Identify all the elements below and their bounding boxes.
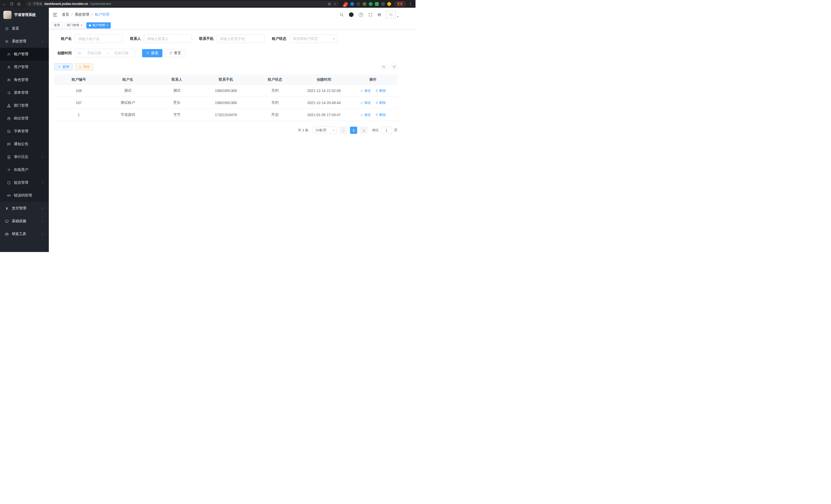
search-icon[interactable] [339, 12, 344, 17]
extension-icon[interactable]: 10 [344, 2, 348, 6]
sidebar-item-devtools[interactable]: 研发工具 [0, 228, 49, 240]
tab-tenant[interactable]: 租户管理 × [86, 22, 111, 29]
cell-contact: 芋艿 [152, 113, 201, 117]
user-avatar-button[interactable]: ▾ [386, 11, 399, 19]
reload-icon[interactable] [10, 2, 13, 6]
refresh-icon[interactable] [391, 63, 398, 70]
sidebar-item-notice[interactable]: 通知公告 [0, 138, 49, 151]
sidebar-item-system[interactable]: 系统管理 [0, 35, 49, 48]
page-header: 首页 / 系统管理 / 租户管理 ? tT [49, 8, 416, 22]
home-nav-icon[interactable] [17, 2, 21, 6]
browser-menu-icon[interactable]: ⋮ [409, 2, 412, 6]
add-button[interactable]: 新增 [54, 63, 73, 70]
app-title: 芋道管理系统 [14, 12, 36, 17]
cell-status: 关闭 [250, 100, 299, 105]
url-domain: dashboard.yudao.iocoder.cn [45, 2, 88, 6]
sidebar-item-errcode[interactable]: </> 错误码管理 [0, 189, 49, 202]
puzzle-extension-icon[interactable] [381, 2, 385, 6]
app-logo[interactable]: 芋道管理系统 [0, 8, 49, 22]
breadcrumb-section[interactable]: 系统管理 [75, 12, 89, 17]
export-button[interactable]: 导出 [75, 63, 93, 70]
col-header-status: 租户状态 [250, 77, 299, 82]
delete-link[interactable]: 删除 [375, 88, 386, 93]
col-header-tenant-name: 租户名 [103, 77, 152, 82]
page-unit-label: 页 [394, 128, 398, 132]
edit-link[interactable]: 修改 [360, 113, 371, 117]
next-page-button[interactable]: › [360, 127, 368, 134]
sidebar-item-online-user[interactable]: 在线用户 [0, 164, 49, 176]
tenant-table: 租户编号 租户名 联系人 联系手机 租户状态 创建时间 操作 108 测试 测试… [54, 75, 398, 121]
sidebar-item-menu[interactable]: 菜单管理 [0, 86, 49, 99]
sidebar-item-dept[interactable]: 部门管理 [0, 99, 49, 112]
create-time-label: 创建时间 [54, 51, 72, 56]
sidebar: 芋道管理系统 首页 系统管理 租户管理 [0, 8, 49, 252]
create-time-range-picker[interactable]: 开始日期 - 结束日期 [75, 49, 135, 57]
sidebar-item-audit-log[interactable]: 审计日志 [0, 151, 49, 164]
extension-icon[interactable] [363, 2, 366, 6]
prev-page-button[interactable]: ‹ [340, 127, 347, 134]
font-size-icon[interactable]: tT [378, 12, 381, 17]
sidebar-item-role[interactable]: 角色管理 [0, 73, 49, 86]
monitor-icon [5, 219, 9, 223]
extension-icon[interactable] [369, 2, 373, 6]
tab-dept[interactable]: 部门管理 × [64, 22, 85, 29]
shield-icon [7, 181, 11, 185]
delete-link[interactable]: 删除 [375, 113, 386, 117]
collapse-sidebar-icon[interactable] [53, 12, 58, 17]
table-row: 108 测试 测试 15601691300 关闭 2021-12-14 21:0… [54, 85, 398, 97]
edit-link[interactable]: 修改 [360, 100, 371, 105]
avatar [386, 11, 396, 19]
bookmark-star-icon[interactable]: ☆ [334, 2, 337, 6]
cell-contact: 测试 [152, 88, 201, 93]
sidebar-item-sms[interactable]: 短信管理 [0, 176, 49, 189]
toggle-search-icon[interactable] [380, 63, 387, 70]
help-icon[interactable]: ? [359, 12, 363, 17]
sidebar-item-dict[interactable]: 字典管理 [0, 125, 49, 138]
goto-page-input[interactable] [381, 127, 392, 134]
sidebar-item-user[interactable]: 用户管理 [0, 61, 49, 73]
profile-avatar-icon[interactable] [387, 2, 391, 6]
extension-icon[interactable] [350, 2, 354, 6]
page-number-button[interactable]: 1 [350, 127, 357, 134]
breadcrumb-home[interactable]: 首页 [62, 12, 69, 17]
sidebar-item-tenant[interactable]: 租户管理 [0, 48, 49, 61]
extension-icon[interactable] [356, 2, 360, 6]
phone-input[interactable] [217, 34, 265, 43]
sidebar-item-infra[interactable]: 基础设施 [0, 215, 49, 228]
tenant-name-label: 租户名 [54, 36, 72, 41]
gear-icon [5, 39, 9, 43]
contact-input[interactable] [144, 34, 192, 43]
tab-home[interactable]: 首页 [51, 22, 63, 29]
back-icon[interactable]: ← [3, 2, 6, 6]
role-icon [7, 78, 11, 82]
pagination: 共 3 条 10条/页 ▾ ‹ 1 › 前往 页 [54, 127, 398, 134]
page-size-select[interactable]: 10条/页 ▾ [312, 127, 337, 134]
cell-phone: 15601691300 [201, 89, 251, 93]
tenant-name-input[interactable] [75, 34, 123, 43]
edit-link[interactable]: 修改 [360, 88, 371, 93]
close-icon[interactable]: × [81, 24, 82, 27]
col-header-phone: 联系手机 [201, 77, 251, 82]
table-header-row: 租户编号 租户名 联系人 联系手机 租户状态 创建时间 操作 [54, 75, 398, 85]
search-button[interactable]: 搜索 [142, 49, 163, 57]
share-icon[interactable] [327, 2, 331, 6]
sidebar-item-post[interactable]: 岗位管理 [0, 112, 49, 125]
reset-button[interactable]: 重置 [165, 49, 185, 57]
cell-created: 2021-12-14 21:02:09 [299, 89, 348, 93]
delete-link[interactable]: 删除 [375, 100, 386, 105]
github-icon[interactable] [349, 12, 353, 17]
sidebar-item-payment[interactable]: ¥ 支付管理 [0, 202, 49, 215]
signal-icon [7, 168, 11, 172]
book-icon [7, 129, 11, 133]
logo-image [3, 11, 11, 19]
extension-icon[interactable] [375, 2, 379, 6]
user-icon [7, 65, 11, 69]
close-icon[interactable]: × [106, 24, 108, 27]
list-icon [7, 91, 11, 95]
fullscreen-icon[interactable] [368, 12, 373, 17]
status-select[interactable]: 请选择租户状态 ▾ [289, 34, 337, 43]
chrome-update-button[interactable]: 更新 [395, 2, 405, 6]
address-bar[interactable]: ⚠ 不安全 dashboard.yudao.iocoder.cn /system… [26, 1, 339, 7]
chevron-down-icon [41, 207, 44, 210]
sidebar-item-home[interactable]: 首页 [0, 22, 49, 35]
